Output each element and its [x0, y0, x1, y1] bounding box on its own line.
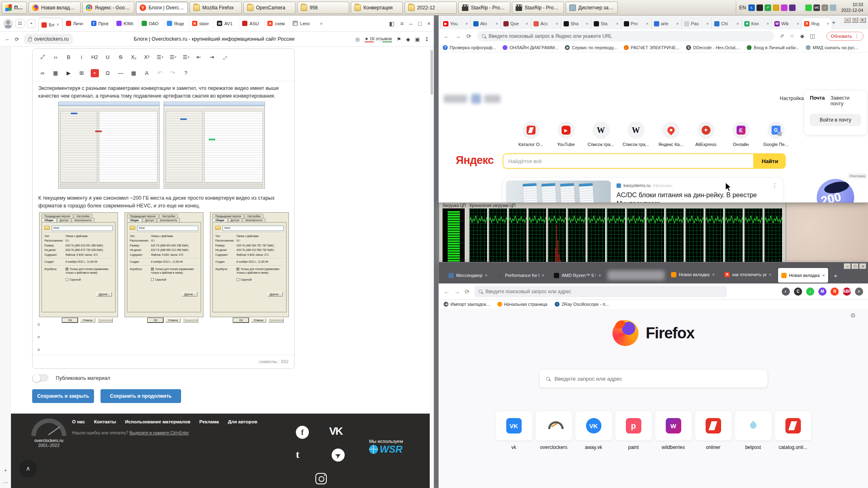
minimize-button[interactable]: –	[844, 264, 851, 269]
top-site-tile[interactable]: p paint	[614, 411, 654, 450]
bookmark-item[interactable]: S DDecode - Hex,Octal,...	[686, 45, 740, 50]
protect-shield-icon[interactable]: ◆	[406, 36, 410, 42]
yandex360-ad[interactable]: Реклама 200 ГБ 200 ГБ или 1 ТБ? Выбирайт…	[808, 173, 867, 203]
browser-tab[interactable]: ЮМо	[113, 17, 138, 30]
reload-icon[interactable]: ⟳	[465, 288, 470, 295]
telegram-icon[interactable]: ➤	[332, 449, 345, 462]
browser-tab[interactable]: W Wik ×	[772, 18, 802, 29]
top-site-tile[interactable]: VK vk	[494, 411, 534, 450]
tab-close-icon[interactable]: ×	[767, 21, 769, 26]
tab-close-icon[interactable]: ×	[822, 273, 824, 278]
browser-tab[interactable]: Ato ×	[470, 18, 501, 29]
maximize-button[interactable]: □	[852, 264, 859, 269]
browser-tab[interactable]: Performance for Fre ×	[494, 269, 547, 282]
facebook-icon[interactable]: f	[296, 426, 309, 439]
bookmark-item[interactable]: Начальная страница	[497, 302, 547, 307]
yandex-settings-link[interactable]: Настройка	[780, 96, 804, 101]
yandex-search-input[interactable]: Найдётся всё	[503, 153, 754, 169]
new-tab-button[interactable]: +	[317, 20, 325, 27]
tab-close-icon[interactable]: ×	[598, 273, 601, 278]
language-indicator[interactable]: EN	[739, 5, 746, 11]
browser-tab[interactable]: ASUS	[239, 17, 264, 30]
source-code[interactable]: ‹›	[50, 51, 62, 63]
image[interactable]: ▦	[50, 67, 62, 79]
select-block[interactable]: ▩	[128, 67, 140, 79]
advertiser-domain[interactable]: kwsystems.ru	[623, 183, 651, 188]
yandex-search-button[interactable]: Найти	[754, 153, 786, 169]
browser-tab[interactable]: Янде	[164, 17, 189, 30]
browser-tab[interactable]: ▤ Lenov	[289, 17, 315, 30]
footer-link[interactable]: Реклама	[199, 419, 219, 424]
shortcut-item[interactable]: Каталог О...	[514, 122, 549, 147]
tray-icon[interactable]	[805, 4, 812, 11]
bookmark-item[interactable]: ММД скачать на рус...	[806, 45, 858, 50]
save-and-close-button[interactable]: Сохранить и закрыть	[32, 389, 94, 403]
browser-tab[interactable]: Chi ×	[711, 18, 741, 29]
bookmark-star-icon[interactable]: ☆	[790, 33, 795, 39]
shortcut-item[interactable]: ▶ YouTube	[549, 122, 584, 147]
browser-tab[interactable]: Мессенджер ×	[445, 269, 491, 282]
sidebar-more-icon[interactable]: ⋯	[0, 479, 11, 486]
tracking-protection-shield-icon[interactable]: ◐	[782, 288, 790, 296]
tab-close-icon[interactable]: ×	[485, 273, 488, 278]
bookmark-item[interactable]: ⇥ Импорт закладок...	[444, 302, 490, 307]
save-and-continue-button[interactable]: Сохранить и продолжить	[101, 389, 181, 403]
align[interactable]: ☰▾	[154, 51, 166, 63]
taskbar-app-button[interactable]: StaxRip - Processi...	[458, 2, 510, 14]
back-icon[interactable]: ←	[444, 33, 449, 39]
top-site-tile[interactable]: catalog.onli...	[773, 411, 813, 450]
bold[interactable]: B	[63, 51, 75, 63]
editor-paragraph[interactable]: К текущему моменту я уже сэкономил ~200 …	[38, 194, 289, 210]
redo[interactable]: ↷	[167, 67, 179, 79]
taskbar-app-button[interactable]: Диспетчер задач...	[566, 2, 618, 14]
heading-2[interactable]: H2	[89, 51, 101, 63]
tab-close-icon[interactable]: ×	[676, 21, 679, 26]
strikethrough[interactable]: S	[115, 51, 127, 63]
tab-close-icon[interactable]: ×	[646, 21, 649, 26]
tray-icon[interactable]: ♪	[822, 4, 828, 11]
taskbar-app-button[interactable]: Mozilla Firefox	[190, 2, 242, 14]
tab-close-icon[interactable]: ×	[712, 272, 715, 277]
browser-tab[interactable]: Sha ×	[561, 18, 591, 29]
bookmark-item[interactable]: ОНЛАЙН ДИАГРАММ...	[503, 45, 558, 50]
personalize-gear-icon[interactable]: ⚙	[851, 312, 856, 319]
browser-tab[interactable]: AMD Ryzen™ 5 55 ×	[551, 269, 604, 282]
horizontal-rule[interactable]: —	[115, 67, 127, 79]
start-button[interactable]: Пуск	[2, 2, 27, 14]
shortcut-item[interactable]: E Онлайн	[724, 122, 759, 147]
indent[interactable]: ⇥	[206, 51, 218, 63]
footer-link[interactable]: Контакты	[94, 419, 116, 424]
tab-close-icon[interactable]: ×	[769, 272, 771, 277]
taskbar-app-button[interactable]: OpenCamera	[243, 2, 295, 14]
bookmark-item[interactable]: T Проверка орфограф...	[443, 45, 496, 50]
tab-close-icon[interactable]: ×	[706, 21, 709, 26]
fullscreen[interactable]: ⤢	[37, 51, 49, 63]
overclockers-logo[interactable]: overclockers.ru 2001–2022	[26, 418, 71, 448]
new-tab-search-input[interactable]: Введите запрос или адрес	[540, 370, 767, 388]
staxrip-comparison-screenshot[interactable]	[58, 102, 265, 189]
profile-avatar[interactable]	[3, 19, 13, 28]
tab-close-icon[interactable]: ×	[556, 21, 558, 26]
bookmark-item[interactable]: Вход в Личный каби...	[747, 45, 799, 50]
yandex-extension-icon[interactable]: Я	[831, 288, 839, 296]
browser-tab[interactable]: Я схема	[264, 17, 289, 30]
wsr-badge[interactable]: Мы используем WSR	[369, 439, 403, 455]
taskbar-app-button[interactable]: Y Блоги | Overclo...	[136, 2, 188, 14]
scrollbar-thumb[interactable]	[431, 50, 433, 95]
shortcut-item[interactable]: W Список гра...	[619, 122, 654, 147]
close-button[interactable]: ×	[859, 264, 866, 269]
maximize-button[interactable]: □	[851, 17, 858, 23]
footer-link[interactable]: Использование материалов	[125, 419, 190, 424]
footer-link[interactable]: Для авторов	[228, 419, 257, 424]
back-icon[interactable]: ←	[444, 288, 449, 295]
mail-tab[interactable]: Почта	[810, 95, 825, 107]
address-bar[interactable]: Введите поисковый запрос или адрес	[474, 286, 727, 297]
alice-icon[interactable]: ◎	[355, 36, 360, 42]
tray-icon[interactable]	[789, 4, 796, 11]
publish-toggle[interactable]	[32, 375, 48, 382]
tab-close-icon[interactable]: ×	[542, 273, 544, 278]
bookmark-item[interactable]: ◔ 2Ray Oscilloscope - п...	[555, 302, 609, 307]
link[interactable]: ∞	[37, 67, 49, 79]
tray-icon[interactable]	[797, 4, 804, 11]
bookmark-item[interactable]: ➤ Сервис по переводу...	[565, 45, 617, 50]
